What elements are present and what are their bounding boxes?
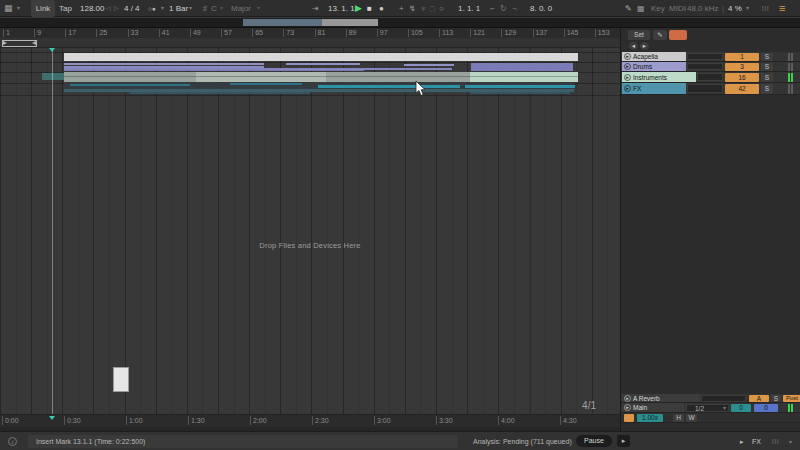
midi-map-button[interactable]: MIDI xyxy=(669,0,686,17)
overview-segment[interactable] xyxy=(322,19,378,26)
resume-play-button[interactable]: ▸ xyxy=(617,435,630,447)
instruments-clip[interactable] xyxy=(64,76,578,77)
record-button[interactable]: ● xyxy=(379,0,384,17)
arrangement-overview[interactable] xyxy=(0,18,800,28)
fx-clip[interactable] xyxy=(70,84,190,86)
time-ruler[interactable]: 0:000:301:001:302:002:303:003:304:004:30 xyxy=(0,414,620,427)
track-slider[interactable] xyxy=(687,63,723,70)
track-slider[interactable] xyxy=(687,53,723,60)
track-number-box[interactable]: 3 xyxy=(725,63,759,71)
track-play-icon[interactable]: ▸ xyxy=(624,63,631,70)
status-play-icon[interactable]: ▸ xyxy=(740,438,744,446)
playback-speed-box[interactable]: 1.00x xyxy=(637,414,663,422)
tempo-value[interactable]: 128.00 xyxy=(80,0,104,17)
nudge-down-icon[interactable]: ◁ xyxy=(106,0,111,17)
playhead-marker-icon[interactable] xyxy=(49,48,55,52)
menu-icon[interactable]: ≡ xyxy=(779,0,785,17)
acapella-clip[interactable] xyxy=(64,53,578,61)
volume-box[interactable]: 0 xyxy=(754,404,778,412)
drums-clip[interactable] xyxy=(64,70,364,71)
solo-button[interactable]: S xyxy=(761,63,773,71)
instruments-clip[interactable] xyxy=(196,72,326,82)
track-slider[interactable] xyxy=(697,73,723,81)
white-block[interactable] xyxy=(113,367,129,392)
info-icon[interactable]: i xyxy=(8,437,17,446)
fx-clip[interactable] xyxy=(465,85,575,88)
grid-quantize-dropdown[interactable]: 1/2▾ xyxy=(686,404,729,412)
arrangement-position-value[interactable]: 13. 1. 1 xyxy=(328,0,355,17)
time-signature-value[interactable]: 4 / 4 xyxy=(124,0,140,17)
return-slider[interactable] xyxy=(701,395,746,402)
metronome-icon[interactable]: ○● xyxy=(148,0,156,17)
loop-region-marker[interactable] xyxy=(2,40,37,47)
track-play-icon[interactable]: ▸ xyxy=(624,85,631,92)
tempo-follow-icon[interactable] xyxy=(624,414,634,422)
punch-out-icon[interactable]: ¬ xyxy=(512,0,517,17)
nudge-up-icon[interactable]: ▷ xyxy=(114,0,119,17)
track-play-icon[interactable]: ▸ xyxy=(624,395,631,402)
set-marker-button[interactable]: Set xyxy=(628,30,650,40)
overdub-icon[interactable]: + xyxy=(399,0,404,17)
track-play-icon[interactable]: ▸ xyxy=(624,53,631,60)
capture-midi-icon[interactable]: ↯ xyxy=(409,0,416,17)
fx-clip[interactable] xyxy=(318,85,460,88)
key-scale-chevron-icon[interactable]: ▾ xyxy=(257,0,260,17)
stop-button[interactable]: ■ xyxy=(367,0,372,17)
track-number-box[interactable]: 16 xyxy=(725,73,759,82)
track-name-chip[interactable]: ▸ Instruments xyxy=(622,72,696,82)
fx-clip[interactable] xyxy=(230,83,302,85)
follow-icon[interactable]: ⇥ xyxy=(312,0,319,17)
overview-segment[interactable] xyxy=(243,19,322,26)
cpu-chevron-icon[interactable]: ▾ xyxy=(746,0,749,17)
h-zoom-button[interactable]: H xyxy=(673,414,684,422)
fx-clip[interactable] xyxy=(470,92,570,94)
status-fx-toggle[interactable]: FX xyxy=(752,438,761,445)
drums-clip[interactable] xyxy=(64,63,264,65)
marker-pencil-button[interactable]: ✎ xyxy=(653,30,667,40)
track-name-chip[interactable]: ▸ Acapella xyxy=(622,52,686,61)
drums-clip[interactable] xyxy=(471,63,573,71)
solo-button[interactable]: S xyxy=(761,73,773,82)
track-name-chip[interactable]: ▸ FX xyxy=(622,83,686,94)
pad-view-chevron-icon[interactable]: ▾ xyxy=(17,0,20,17)
send-a-box[interactable]: A xyxy=(749,395,769,402)
key-root-chevron-icon[interactable]: ▾ xyxy=(220,0,223,17)
re-enable-automation-icon[interactable]: ▢ xyxy=(429,0,436,17)
scrub-area[interactable] xyxy=(0,38,620,48)
loop-length-value[interactable]: 8. 0. 0 xyxy=(530,0,552,17)
pan-box[interactable]: 0 xyxy=(731,404,751,412)
pause-button[interactable]: Pause xyxy=(576,435,612,447)
status-chevron-icon[interactable]: ▾ xyxy=(789,438,792,445)
pad-view-icon[interactable]: ▦ xyxy=(4,0,13,17)
arrangement-area[interactable]: Drop Files and Devices Here 4/1 xyxy=(0,48,620,414)
automation-mode-button[interactable] xyxy=(669,30,687,40)
track-name-chip[interactable]: ▸ Drums xyxy=(622,62,686,71)
drums-clip[interactable] xyxy=(404,64,454,66)
session-record-icon[interactable]: ○ xyxy=(439,0,444,17)
loop-start-value[interactable]: 1. 1. 1 xyxy=(458,0,480,17)
drums-clip[interactable] xyxy=(286,63,360,65)
quantize-chevron-icon[interactable]: ▾ xyxy=(189,0,192,17)
loop-icon[interactable]: ↻ xyxy=(500,0,507,17)
key-map-button[interactable]: Key xyxy=(651,0,665,17)
link-button[interactable]: Link xyxy=(31,0,55,17)
solo-button[interactable]: S xyxy=(771,395,781,402)
main-track-name-chip[interactable]: ▸ Main xyxy=(622,403,684,412)
tap-tempo-button[interactable]: Tap xyxy=(59,0,72,17)
track-play-icon[interactable]: ▸ xyxy=(624,74,631,81)
track-number-box[interactable]: 42 xyxy=(725,84,759,94)
cpu-load-value[interactable]: 4 % xyxy=(728,0,742,17)
metronome-chevron-icon[interactable]: ▾ xyxy=(161,0,164,17)
quantize-value[interactable]: 1 Bar xyxy=(169,0,188,17)
solo-button[interactable]: S xyxy=(761,53,773,61)
w-zoom-button[interactable]: W xyxy=(686,414,697,422)
draw-mode-icon[interactable]: ✎ xyxy=(625,0,632,17)
next-cue-button[interactable]: ▸ xyxy=(640,42,649,50)
instruments-clip[interactable] xyxy=(42,73,64,80)
track-slider[interactable] xyxy=(687,84,723,93)
insert-marker-icon[interactable] xyxy=(49,416,55,420)
key-root-value[interactable]: C xyxy=(211,0,217,17)
midi-keyboard-icon[interactable]: ▦ xyxy=(637,0,645,17)
automation-arm-icon[interactable]: ∗ xyxy=(420,0,427,17)
play-button[interactable]: ▶ xyxy=(355,0,362,17)
